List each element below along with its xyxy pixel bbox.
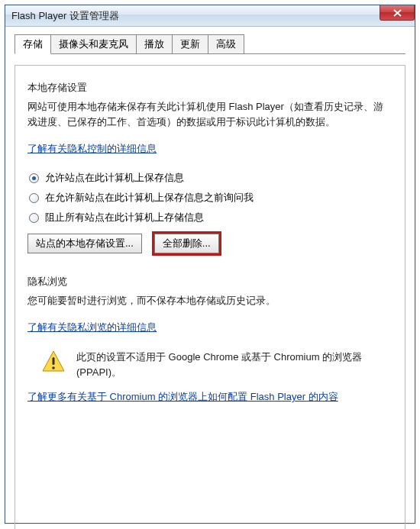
private-description: 您可能要暂时进行浏览，而不保存本地存储或历史记录。 bbox=[27, 293, 393, 308]
tab-label: 高级 bbox=[216, 38, 236, 50]
delete-all-button[interactable]: 全部删除... bbox=[154, 234, 219, 253]
tab-label: 更新 bbox=[180, 38, 200, 50]
radio-ask[interactable]: 在允许新站点在此计算机上保存信息之前询问我 bbox=[29, 191, 394, 205]
warning-text: 此页的设置不适用于 Google Chrome 或基于 Chromium 的浏览… bbox=[76, 350, 393, 379]
tab-storage[interactable]: 存储 bbox=[15, 34, 51, 54]
warning-row: 此页的设置不适用于 Google Chrome 或基于 Chromium 的浏览… bbox=[41, 350, 393, 379]
private-heading: 隐私浏览 bbox=[27, 275, 394, 289]
close-button[interactable] bbox=[380, 5, 415, 21]
tab-updates[interactable]: 更新 bbox=[172, 34, 208, 53]
site-storage-settings-button[interactable]: 站点的本地存储设置... bbox=[27, 234, 142, 253]
button-row: 站点的本地存储设置... 全部删除... bbox=[27, 234, 393, 253]
tab-bar: 存储 摄像头和麦克风 播放 更新 高级 bbox=[15, 34, 405, 54]
storage-description: 网站可使用本地存储来保存有关此计算机使用 Flash Player（如查看历史记… bbox=[27, 99, 393, 130]
chromium-learn-more-link[interactable]: 了解更多有关基于 Chromium 的浏览器上如何配置 Flash Player… bbox=[27, 390, 338, 404]
close-icon bbox=[393, 9, 402, 17]
radio-icon bbox=[29, 173, 39, 183]
titlebar: Flash Player 设置管理器 bbox=[5, 5, 415, 27]
warning-icon bbox=[41, 350, 66, 373]
radio-label: 阻止所有站点在此计算机上存储信息 bbox=[45, 211, 204, 224]
tab-label: 摄像头和麦克风 bbox=[59, 38, 128, 50]
privacy-learn-more-link[interactable]: 了解有关隐私控制的详细信息 bbox=[27, 142, 157, 156]
storage-heading: 本地存储设置 bbox=[27, 81, 394, 95]
storage-radio-group: 允许站点在此计算机上保存信息 在允许新站点在此计算机上保存信息之前询问我 阻止所… bbox=[29, 171, 394, 224]
radio-allow[interactable]: 允许站点在此计算机上保存信息 bbox=[29, 171, 394, 185]
tab-advanced[interactable]: 高级 bbox=[208, 34, 244, 53]
radio-label: 在允许新站点在此计算机上保存信息之前询问我 bbox=[45, 191, 254, 205]
radio-icon bbox=[29, 213, 39, 223]
content-area: 存储 摄像头和麦克风 播放 更新 高级 本地存储设置 网站可使用本地存储来保存有… bbox=[5, 27, 415, 529]
svg-point-2 bbox=[52, 367, 55, 370]
radio-icon bbox=[29, 193, 39, 203]
tab-playback[interactable]: 播放 bbox=[136, 34, 173, 53]
tab-label: 播放 bbox=[144, 38, 164, 50]
radio-label: 允许站点在此计算机上保存信息 bbox=[45, 171, 184, 185]
tab-label: 存储 bbox=[23, 38, 43, 50]
radio-block[interactable]: 阻止所有站点在此计算机上存储信息 bbox=[29, 211, 394, 224]
window-title: Flash Player 设置管理器 bbox=[11, 9, 119, 23]
settings-window: Flash Player 设置管理器 存储 摄像头和麦克风 播放 更新 高级 本… bbox=[5, 5, 415, 524]
tab-camera-mic[interactable]: 摄像头和麦克风 bbox=[50, 34, 137, 53]
svg-rect-1 bbox=[53, 357, 55, 365]
private-learn-more-link[interactable]: 了解有关隐私浏览的详细信息 bbox=[27, 321, 157, 334]
storage-panel: 本地存储设置 网站可使用本地存储来保存有关此计算机使用 Flash Player… bbox=[15, 65, 405, 529]
